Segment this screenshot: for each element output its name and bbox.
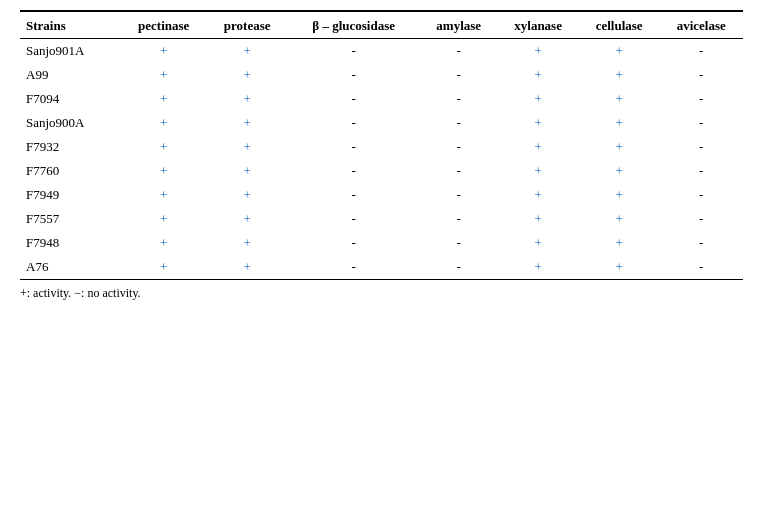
cell-value: - [420,231,497,255]
cell-strain-name: Sanjo900A [20,111,120,135]
col-header-avicelase: avicelase [659,12,743,39]
cell-value: - [420,63,497,87]
col-header-pectinase: pectinase [120,12,207,39]
cell-value: - [659,231,743,255]
cell-value: + [497,231,579,255]
col-header-protease: protease [207,12,287,39]
cell-value: + [579,159,659,183]
cell-value: + [207,111,287,135]
col-header-amylase: amylase [420,12,497,39]
cell-value: - [659,87,743,111]
cell-value: + [120,207,207,231]
cell-value: + [497,159,579,183]
cell-value: + [120,255,207,279]
cell-value: - [420,135,497,159]
table-row: F7932++--++- [20,135,743,159]
cell-value: + [120,231,207,255]
table-footer-note: +: activity. −: no activity. [20,286,743,301]
cell-value: + [120,87,207,111]
cell-value: + [120,63,207,87]
cell-value: - [287,39,420,64]
table-row: F7948++--++- [20,231,743,255]
cell-value: + [207,87,287,111]
cell-value: + [497,63,579,87]
cell-strain-name: F7557 [20,207,120,231]
cell-strain-name: A99 [20,63,120,87]
cell-value: - [287,255,420,279]
col-header-beta-glucosidase: β – glucosidase [287,12,420,39]
cell-value: + [207,183,287,207]
cell-value: - [659,63,743,87]
cell-value: + [579,39,659,64]
cell-value: - [659,135,743,159]
cell-strain-name: F7760 [20,159,120,183]
table-header-row: Strains pectinase protease β – glucosida… [20,12,743,39]
cell-value: - [659,39,743,64]
cell-value: + [207,39,287,64]
cell-strain-name: A76 [20,255,120,279]
cell-value: + [579,135,659,159]
col-header-strains: Strains [20,12,120,39]
cell-value: + [207,231,287,255]
cell-value: + [207,207,287,231]
cell-value: - [420,39,497,64]
cell-value: + [497,111,579,135]
cell-value: - [420,159,497,183]
cell-value: + [579,231,659,255]
cell-strain-name: F7094 [20,87,120,111]
cell-value: - [659,207,743,231]
col-header-xylanase: xylanase [497,12,579,39]
cell-value: - [287,63,420,87]
cell-value: - [287,159,420,183]
cell-value: + [497,135,579,159]
cell-value: + [120,111,207,135]
cell-value: - [659,255,743,279]
table-row: F7760++--++- [20,159,743,183]
cell-value: - [287,183,420,207]
cell-value: + [207,63,287,87]
table-row: F7949++--++- [20,183,743,207]
table-row: A99++--++- [20,63,743,87]
cell-value: - [420,111,497,135]
cell-value: + [497,87,579,111]
cell-strain-name: F7932 [20,135,120,159]
cell-value: - [420,255,497,279]
cell-value: + [120,135,207,159]
cell-strain-name: Sanjo901A [20,39,120,64]
table-row: Sanjo901A++--++- [20,39,743,64]
cell-value: - [287,207,420,231]
table-row: F7094++--++- [20,87,743,111]
cell-value: - [420,87,497,111]
table-row: A76++--++- [20,255,743,279]
cell-value: + [497,207,579,231]
cell-value: + [579,255,659,279]
cell-value: + [579,87,659,111]
cell-value: - [659,159,743,183]
cell-value: + [120,159,207,183]
cell-value: + [579,183,659,207]
col-header-cellulase: cellulase [579,12,659,39]
cell-value: + [497,183,579,207]
table-row: F7557++--++- [20,207,743,231]
cell-value: + [497,39,579,64]
cell-value: + [207,159,287,183]
cell-value: - [420,207,497,231]
cell-value: - [420,183,497,207]
cell-value: + [579,207,659,231]
cell-strain-name: F7949 [20,183,120,207]
cell-value: + [497,255,579,279]
cell-value: - [659,111,743,135]
cell-value: + [579,63,659,87]
cell-value: - [659,183,743,207]
cell-value: + [120,183,207,207]
main-table-container: Strains pectinase protease β – glucosida… [20,10,743,280]
cell-value: - [287,111,420,135]
table-row: Sanjo900A++--++- [20,111,743,135]
cell-value: + [120,39,207,64]
cell-value: - [287,231,420,255]
enzyme-activity-table: Strains pectinase protease β – glucosida… [20,12,743,279]
cell-value: - [287,135,420,159]
cell-value: - [287,87,420,111]
cell-value: + [207,135,287,159]
cell-value: + [207,255,287,279]
